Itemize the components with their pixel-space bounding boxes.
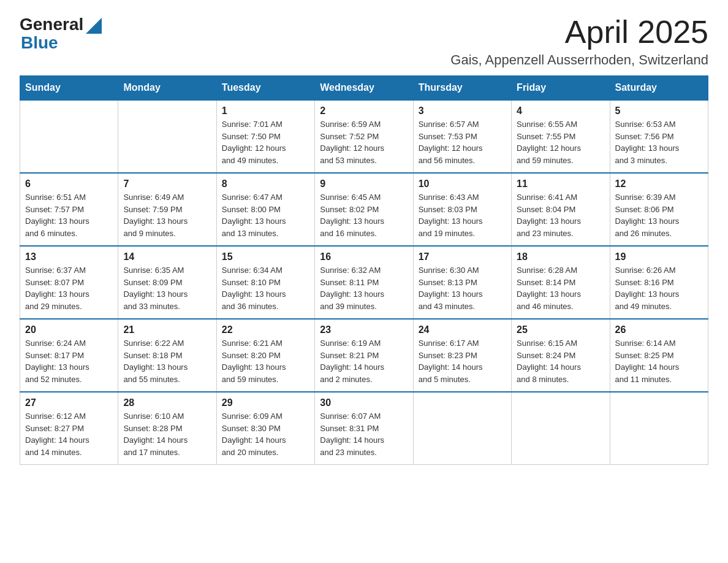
calendar-day-cell: 4Sunrise: 6:55 AM Sunset: 7:55 PM Daylig… xyxy=(512,100,610,173)
day-number: 30 xyxy=(320,397,408,408)
day-number: 23 xyxy=(320,324,408,335)
day-info: Sunrise: 6:19 AM Sunset: 8:21 PM Dayligh… xyxy=(320,337,408,385)
calendar-day-cell: 21Sunrise: 6:22 AM Sunset: 8:18 PM Dayli… xyxy=(118,319,216,392)
day-number: 5 xyxy=(615,105,703,117)
day-info: Sunrise: 6:43 AM Sunset: 8:03 PM Dayligh… xyxy=(419,191,506,239)
day-info: Sunrise: 6:28 AM Sunset: 8:14 PM Dayligh… xyxy=(517,264,604,312)
day-info: Sunrise: 6:49 AM Sunset: 7:59 PM Dayligh… xyxy=(123,191,211,239)
weekday-header-tuesday: Tuesday xyxy=(216,76,314,101)
day-info: Sunrise: 6:45 AM Sunset: 8:02 PM Dayligh… xyxy=(320,191,408,239)
day-info: Sunrise: 6:32 AM Sunset: 8:11 PM Dayligh… xyxy=(320,264,408,312)
calendar-day-cell xyxy=(610,392,708,465)
day-info: Sunrise: 6:09 AM Sunset: 8:30 PM Dayligh… xyxy=(222,410,309,458)
calendar-day-cell: 27Sunrise: 6:12 AM Sunset: 8:27 PM Dayli… xyxy=(20,392,118,465)
day-number: 16 xyxy=(320,251,408,262)
calendar-day-cell: 25Sunrise: 6:15 AM Sunset: 8:24 PM Dayli… xyxy=(512,319,610,392)
day-info: Sunrise: 6:34 AM Sunset: 8:10 PM Dayligh… xyxy=(222,264,309,312)
calendar-day-cell: 23Sunrise: 6:19 AM Sunset: 8:21 PM Dayli… xyxy=(315,319,413,392)
weekday-header-wednesday: Wednesday xyxy=(315,76,413,101)
day-number: 22 xyxy=(222,324,309,335)
day-number: 14 xyxy=(123,251,211,262)
day-info: Sunrise: 6:59 AM Sunset: 7:52 PM Dayligh… xyxy=(320,118,408,166)
calendar-day-cell: 11Sunrise: 6:41 AM Sunset: 8:04 PM Dayli… xyxy=(512,173,610,246)
day-info: Sunrise: 6:41 AM Sunset: 8:04 PM Dayligh… xyxy=(517,191,604,239)
day-number: 17 xyxy=(419,251,506,262)
day-info: Sunrise: 6:37 AM Sunset: 8:07 PM Dayligh… xyxy=(25,264,113,312)
calendar-day-cell: 24Sunrise: 6:17 AM Sunset: 8:23 PM Dayli… xyxy=(413,319,511,392)
title-block: April 2025 Gais, Appenzell Ausserrhoden,… xyxy=(450,15,708,68)
day-number: 27 xyxy=(25,397,113,408)
day-number: 2 xyxy=(320,105,408,117)
day-number: 18 xyxy=(517,251,604,262)
calendar-day-cell: 22Sunrise: 6:21 AM Sunset: 8:20 PM Dayli… xyxy=(216,319,314,392)
calendar-day-cell: 2Sunrise: 6:59 AM Sunset: 7:52 PM Daylig… xyxy=(315,100,413,173)
day-info: Sunrise: 6:57 AM Sunset: 7:53 PM Dayligh… xyxy=(419,118,506,166)
day-number: 28 xyxy=(123,397,211,408)
calendar-day-cell: 9Sunrise: 6:45 AM Sunset: 8:02 PM Daylig… xyxy=(315,173,413,246)
day-info: Sunrise: 6:22 AM Sunset: 8:18 PM Dayligh… xyxy=(123,337,211,385)
calendar-day-cell: 29Sunrise: 6:09 AM Sunset: 8:30 PM Dayli… xyxy=(216,392,314,465)
logo-blue-text: Blue xyxy=(21,33,58,53)
day-info: Sunrise: 6:30 AM Sunset: 8:13 PM Dayligh… xyxy=(419,264,506,312)
day-number: 4 xyxy=(517,105,604,117)
day-number: 8 xyxy=(222,178,309,190)
day-info: Sunrise: 6:53 AM Sunset: 7:56 PM Dayligh… xyxy=(615,118,703,166)
day-number: 6 xyxy=(25,178,113,190)
weekday-header-monday: Monday xyxy=(118,76,216,101)
day-number: 26 xyxy=(615,324,703,335)
calendar-day-cell: 14Sunrise: 6:35 AM Sunset: 8:09 PM Dayli… xyxy=(118,246,216,319)
logo: General Blue xyxy=(20,15,102,53)
calendar-day-cell: 15Sunrise: 6:34 AM Sunset: 8:10 PM Dayli… xyxy=(216,246,314,319)
day-number: 7 xyxy=(123,178,211,190)
day-number: 24 xyxy=(419,324,506,335)
day-number: 29 xyxy=(222,397,309,408)
calendar-day-cell: 20Sunrise: 6:24 AM Sunset: 8:17 PM Dayli… xyxy=(20,319,118,392)
calendar-table: SundayMondayTuesdayWednesdayThursdayFrid… xyxy=(20,75,708,465)
calendar-day-cell: 18Sunrise: 6:28 AM Sunset: 8:14 PM Dayli… xyxy=(512,246,610,319)
weekday-header-row: SundayMondayTuesdayWednesdayThursdayFrid… xyxy=(20,76,708,101)
calendar-day-cell: 13Sunrise: 6:37 AM Sunset: 8:07 PM Dayli… xyxy=(20,246,118,319)
day-number: 25 xyxy=(517,324,604,335)
weekday-header-thursday: Thursday xyxy=(413,76,511,101)
calendar-week-row: 13Sunrise: 6:37 AM Sunset: 8:07 PM Dayli… xyxy=(20,246,708,319)
day-info: Sunrise: 6:12 AM Sunset: 8:27 PM Dayligh… xyxy=(25,410,113,458)
day-number: 11 xyxy=(517,178,604,190)
day-info: Sunrise: 6:26 AM Sunset: 8:16 PM Dayligh… xyxy=(615,264,703,312)
day-number: 12 xyxy=(615,178,703,190)
weekday-header-saturday: Saturday xyxy=(610,76,708,101)
calendar-week-row: 1Sunrise: 7:01 AM Sunset: 7:50 PM Daylig… xyxy=(20,100,708,173)
logo-triangle-icon xyxy=(86,18,102,34)
page-title: April 2025 xyxy=(450,15,708,50)
calendar-day-cell xyxy=(512,392,610,465)
page-subtitle: Gais, Appenzell Ausserrhoden, Switzerlan… xyxy=(450,52,708,68)
day-info: Sunrise: 6:39 AM Sunset: 8:06 PM Dayligh… xyxy=(615,191,703,239)
day-info: Sunrise: 6:24 AM Sunset: 8:17 PM Dayligh… xyxy=(25,337,113,385)
day-number: 19 xyxy=(615,251,703,262)
day-number: 15 xyxy=(222,251,309,262)
day-info: Sunrise: 6:15 AM Sunset: 8:24 PM Dayligh… xyxy=(517,337,604,385)
calendar-day-cell: 3Sunrise: 6:57 AM Sunset: 7:53 PM Daylig… xyxy=(413,100,511,173)
calendar-day-cell: 5Sunrise: 6:53 AM Sunset: 7:56 PM Daylig… xyxy=(610,100,708,173)
day-info: Sunrise: 6:07 AM Sunset: 8:31 PM Dayligh… xyxy=(320,410,408,458)
day-info: Sunrise: 6:55 AM Sunset: 7:55 PM Dayligh… xyxy=(517,118,604,166)
day-info: Sunrise: 6:47 AM Sunset: 8:00 PM Dayligh… xyxy=(222,191,309,239)
calendar-day-cell xyxy=(20,100,118,173)
calendar-day-cell: 26Sunrise: 6:14 AM Sunset: 8:25 PM Dayli… xyxy=(610,319,708,392)
day-info: Sunrise: 6:51 AM Sunset: 7:57 PM Dayligh… xyxy=(25,191,113,239)
day-number: 1 xyxy=(222,105,309,117)
weekday-header-sunday: Sunday xyxy=(20,76,118,101)
day-info: Sunrise: 7:01 AM Sunset: 7:50 PM Dayligh… xyxy=(222,118,309,166)
day-number: 13 xyxy=(25,251,113,262)
day-info: Sunrise: 6:10 AM Sunset: 8:28 PM Dayligh… xyxy=(123,410,211,458)
calendar-week-row: 27Sunrise: 6:12 AM Sunset: 8:27 PM Dayli… xyxy=(20,392,708,465)
logo-general-text: General xyxy=(20,15,83,34)
day-number: 9 xyxy=(320,178,408,190)
calendar-day-cell xyxy=(413,392,511,465)
day-info: Sunrise: 6:35 AM Sunset: 8:09 PM Dayligh… xyxy=(123,264,211,312)
day-number: 21 xyxy=(123,324,211,335)
calendar-day-cell: 1Sunrise: 7:01 AM Sunset: 7:50 PM Daylig… xyxy=(216,100,314,173)
page-header: General Blue April 2025 Gais, Appenzell … xyxy=(20,15,708,68)
day-number: 3 xyxy=(419,105,506,117)
calendar-day-cell: 28Sunrise: 6:10 AM Sunset: 8:28 PM Dayli… xyxy=(118,392,216,465)
calendar-day-cell: 19Sunrise: 6:26 AM Sunset: 8:16 PM Dayli… xyxy=(610,246,708,319)
